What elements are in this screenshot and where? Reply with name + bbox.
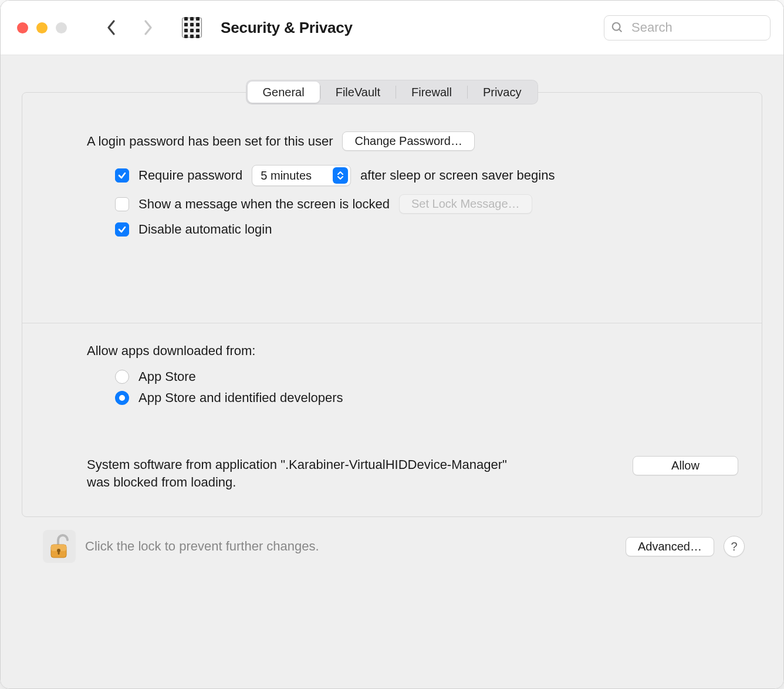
preferences-window: Security & Privacy General FileVault Fir…: [0, 0, 784, 689]
chevron-up-down-icon: [333, 167, 348, 184]
forward-button: [135, 15, 161, 40]
general-panel: A login password has been set for this u…: [22, 92, 762, 517]
require-password-checkbox[interactable]: [115, 168, 129, 183]
show-lock-message-label: Show a message when the screen is locked: [138, 197, 390, 212]
help-button[interactable]: ?: [724, 536, 745, 557]
require-password-suffix: after sleep or screen saver begins: [360, 168, 555, 183]
close-window-button[interactable]: [17, 22, 28, 33]
minimize-window-button[interactable]: [36, 22, 48, 33]
zoom-window-button: [56, 22, 67, 33]
search-icon: [611, 21, 624, 34]
tab-firewall[interactable]: Firewall: [396, 82, 467, 103]
advanced-button[interactable]: Advanced…: [626, 537, 714, 556]
allow-apps-appstore-label: App Store: [138, 369, 196, 384]
disable-auto-login-checkbox[interactable]: [115, 222, 129, 237]
blocked-software-text: System software from application ".Karab…: [87, 456, 509, 491]
content-area: General FileVault Firewall Privacy A log…: [1, 55, 783, 688]
lock-hint-text: Click the lock to prevent further change…: [85, 539, 319, 554]
svg-rect-5: [58, 550, 60, 555]
page-title: Security & Privacy: [221, 19, 353, 37]
allow-blocked-button[interactable]: Allow: [633, 456, 738, 475]
toolbar: Security & Privacy: [1, 1, 783, 55]
allow-apps-identified-radio[interactable]: [115, 391, 129, 405]
allow-apps-heading: Allow apps downloaded from:: [87, 343, 255, 359]
back-button[interactable]: [99, 15, 124, 40]
window-controls: [17, 22, 67, 33]
lock-button[interactable]: [43, 530, 76, 563]
unlocked-lock-icon: [48, 533, 71, 560]
panel-divider: [22, 323, 762, 323]
svg-line-1: [619, 29, 622, 32]
login-password-text: A login password has been set for this u…: [87, 134, 333, 149]
tab-bar: General FileVault Firewall Privacy: [246, 80, 539, 104]
allow-apps-appstore-radio[interactable]: [115, 370, 129, 384]
require-password-delay-select[interactable]: 5 minutes: [252, 165, 351, 186]
change-password-button[interactable]: Change Password…: [342, 131, 474, 151]
tab-filevault[interactable]: FileVault: [320, 82, 396, 103]
tab-privacy[interactable]: Privacy: [468, 82, 537, 103]
set-lock-message-button: Set Lock Message…: [399, 194, 532, 214]
svg-point-0: [613, 23, 620, 31]
search-field-wrap: [604, 15, 771, 40]
require-password-delay-value: 5 minutes: [261, 169, 327, 183]
disable-auto-login-label: Disable automatic login: [138, 222, 272, 237]
allow-apps-identified-label: App Store and identified developers: [138, 390, 343, 406]
tab-general[interactable]: General: [248, 82, 320, 103]
search-input[interactable]: [604, 15, 771, 40]
show-lock-message-checkbox[interactable]: [115, 197, 129, 211]
show-all-icon[interactable]: [182, 18, 202, 38]
footer: Click the lock to prevent further change…: [22, 517, 762, 578]
require-password-prefix: Require password: [138, 168, 242, 183]
